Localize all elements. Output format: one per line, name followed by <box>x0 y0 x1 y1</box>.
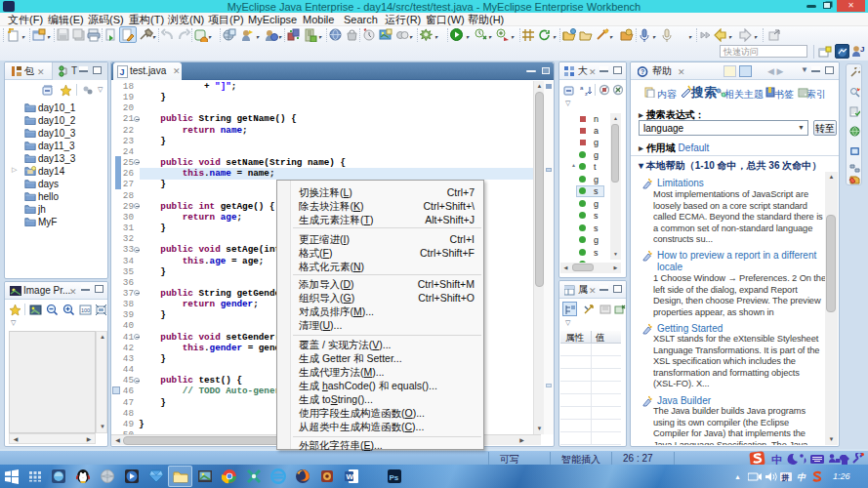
svg-text:z: z <box>585 91 588 97</box>
svg-text:J: J <box>860 45 864 54</box>
svg-text:W: W <box>347 472 354 481</box>
svg-text:Ps: Ps <box>390 473 399 482</box>
svg-text:拼: 拼 <box>781 473 790 482</box>
svg-text:?: ? <box>641 68 644 75</box>
svg-text:a: a <box>580 85 584 91</box>
svg-text:J: J <box>120 67 125 77</box>
svg-text:100: 100 <box>81 307 90 313</box>
